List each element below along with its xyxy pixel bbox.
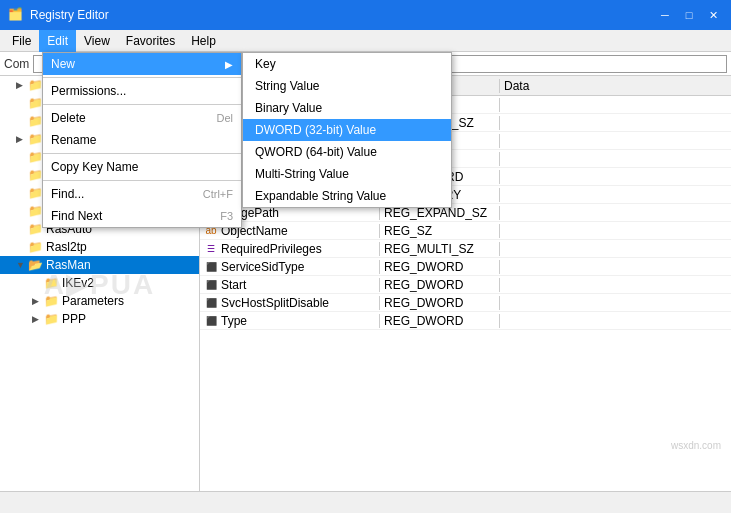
tree-arrow — [16, 170, 28, 180]
folder-icon: 📁 — [28, 96, 43, 110]
new-submenu-item-binary-value[interactable]: Binary Value — [243, 97, 451, 119]
menu-favorites[interactable]: Favorites — [118, 30, 183, 52]
tree-arrow — [16, 98, 28, 108]
menu-item-permissions[interactable]: Permissions... — [43, 80, 241, 102]
menu-item-find-next[interactable]: Find Next F3 — [43, 205, 241, 227]
tree-arrow: ▶ — [16, 134, 28, 144]
tree-arrow — [16, 206, 28, 216]
new-submenu: Key String Value Binary Value DWORD (32-… — [242, 52, 452, 208]
menu-item-new[interactable]: New ▶ — [43, 53, 241, 75]
col-header-data: Data — [500, 79, 731, 93]
tree-arrow — [16, 224, 28, 234]
tree-arrow: ▶ — [32, 296, 44, 306]
minimize-button[interactable]: ─ — [655, 5, 675, 25]
tree-arrow — [16, 188, 28, 198]
menu-item-delete[interactable]: Delete Del — [43, 107, 241, 129]
menu-file[interactable]: File — [4, 30, 39, 52]
menu-separator — [43, 104, 241, 105]
tree-arrow: ▶ — [32, 314, 44, 324]
app-title: Registry Editor — [30, 8, 109, 22]
folder-icon: 📁 — [28, 186, 43, 200]
tree-arrow — [16, 242, 28, 252]
menu-item-find[interactable]: Find... Ctrl+F — [43, 183, 241, 205]
tree-item-parameters[interactable]: ▶ 📁 Parameters — [0, 292, 199, 310]
folder-icon: 📁 — [28, 222, 43, 236]
new-submenu-item-dword[interactable]: DWORD (32-bit) Value — [243, 119, 451, 141]
table-row[interactable]: ⬛ServiceSidType REG_DWORD — [200, 258, 731, 276]
folder-icon: 📁 — [44, 276, 59, 290]
folder-icon: 📁 — [28, 78, 43, 92]
table-row[interactable]: ⬛Start REG_DWORD — [200, 276, 731, 294]
folder-icon: 📁 — [28, 168, 43, 182]
tree-arrow — [16, 152, 28, 162]
folder-icon: 📁 — [44, 312, 59, 326]
tree-arrow: ▼ — [16, 260, 28, 270]
tree-item-ppp[interactable]: ▶ 📁 PPP — [0, 310, 199, 328]
menu-edit[interactable]: Edit — [39, 30, 76, 52]
table-row[interactable]: abObjectName REG_SZ — [200, 222, 731, 240]
folder-icon: 📁 — [28, 114, 43, 128]
edit-menu: New ▶ Permissions... Delete Del Rename C… — [42, 52, 242, 228]
reg-dword-icon: ⬛ — [204, 278, 218, 292]
address-label: Com — [4, 57, 29, 71]
shortcut-label: F3 — [220, 210, 233, 222]
submenu-arrow-icon: ▶ — [225, 59, 233, 70]
tree-arrow — [16, 116, 28, 126]
tree-arrow — [32, 278, 44, 288]
maximize-button[interactable]: □ — [679, 5, 699, 25]
reg-multi-icon: ☰ — [204, 242, 218, 256]
shortcut-label: Ctrl+F — [203, 188, 233, 200]
menu-separator — [43, 180, 241, 181]
menu-bar: File Edit View Favorites Help — [0, 30, 731, 52]
folder-icon-open: 📂 — [28, 258, 43, 272]
folder-icon: 📁 — [28, 204, 43, 218]
tree-item-rasman[interactable]: ▼ 📂 RasMan — [0, 256, 199, 274]
folder-icon: 📁 — [28, 240, 43, 254]
menu-help[interactable]: Help — [183, 30, 224, 52]
watermark: wsxdn.com — [671, 440, 721, 451]
close-button[interactable]: ✕ — [703, 5, 723, 25]
tree-item-rasl2tp[interactable]: 📁 Rasl2tp — [0, 238, 199, 256]
reg-dword-icon: ⬛ — [204, 296, 218, 310]
new-submenu-item-string-value[interactable]: String Value — [243, 75, 451, 97]
new-submenu-item-multi-string[interactable]: Multi-String Value — [243, 163, 451, 185]
folder-icon: 📁 — [28, 150, 43, 164]
table-row[interactable]: ⬛SvcHostSplitDisable REG_DWORD — [200, 294, 731, 312]
new-submenu-item-expandable-string[interactable]: Expandable String Value — [243, 185, 451, 207]
menu-view[interactable]: View — [76, 30, 118, 52]
new-submenu-item-qword[interactable]: QWORD (64-bit) Value — [243, 141, 451, 163]
folder-icon: 📁 — [28, 132, 43, 146]
app-icon: 🗂️ — [8, 7, 24, 23]
reg-dword-icon: ⬛ — [204, 314, 218, 328]
tree-item-ikev2[interactable]: 📁 IKEv2 — [0, 274, 199, 292]
folder-icon: 📁 — [44, 294, 59, 308]
tree-arrow: ▶ — [16, 80, 28, 90]
table-row[interactable]: ☰RequiredPrivileges REG_MULTI_SZ — [200, 240, 731, 258]
reg-dword-icon: ⬛ — [204, 260, 218, 274]
menu-separator — [43, 77, 241, 78]
title-bar: 🗂️ Registry Editor ─ □ ✕ — [0, 0, 731, 30]
menu-item-copy-key-name[interactable]: Copy Key Name — [43, 156, 241, 178]
menu-item-rename[interactable]: Rename — [43, 129, 241, 151]
menu-separator — [43, 153, 241, 154]
table-row[interactable]: ⬛Type REG_DWORD — [200, 312, 731, 330]
status-bar — [0, 491, 731, 513]
shortcut-label: Del — [216, 112, 233, 124]
new-submenu-item-key[interactable]: Key — [243, 53, 451, 75]
